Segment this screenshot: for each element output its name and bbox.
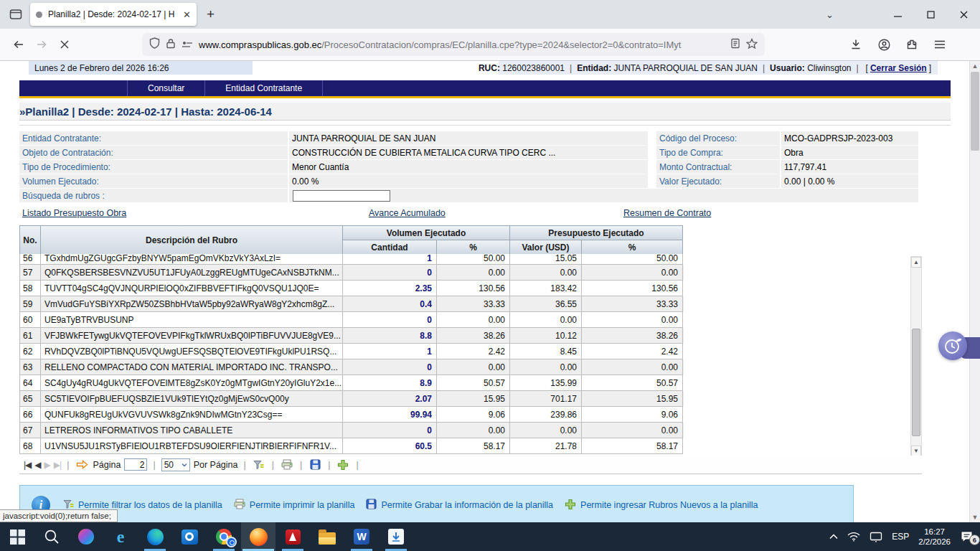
row-no: 56 — [20, 254, 41, 265]
taskbar-word-icon[interactable]: W — [344, 522, 379, 551]
logout-link[interactable]: Cerrar Sesión — [870, 63, 927, 73]
row-no: 62 — [20, 344, 41, 359]
taskbar-acrobat-icon[interactable] — [275, 522, 310, 551]
language-indicator[interactable]: ESP — [892, 532, 909, 542]
table-row[interactable]: 61VFJBWkFETywgUkVQTEFOVEVPIFkgTklWRUxBQ0… — [19, 328, 684, 344]
taskbar-explorer-icon[interactable] — [310, 522, 344, 551]
add-row-icon[interactable] — [336, 459, 350, 471]
page-scroll-down-icon[interactable]: ▼ — [970, 512, 980, 522]
menu-item-entidad-contratante[interactable]: Entidad Contratante — [205, 80, 323, 96]
reader-mode-icon[interactable] — [730, 38, 740, 52]
bookmark-star-icon[interactable] — [746, 38, 758, 52]
help-item-add: Permite ingresar Rubros Nuevos a la plan… — [565, 499, 758, 512]
window-close-button[interactable] — [947, 0, 980, 29]
downloads-icon[interactable] — [845, 34, 867, 55]
display-connect-icon[interactable] — [870, 532, 882, 542]
table-row[interactable]: 66QUNFUk8gREUgUkVGVUVSWk8gZnk9NDIwMGtnY2… — [19, 407, 684, 423]
browser-toolbar: www.compraspublicas.gob.ec/ProcesoContra… — [0, 29, 980, 61]
row-no: 60 — [20, 312, 41, 328]
row-valor-usd: 0.00 — [510, 312, 582, 328]
taskbar-outlook-icon[interactable] — [172, 522, 207, 551]
tray-chevron-up-icon[interactable] — [829, 534, 838, 540]
list-tabs-chevron-icon[interactable]: ⌄ — [819, 0, 841, 29]
table-row[interactable]: 60UE9aTyBTRVBUSUNP00.000.000.00 — [19, 312, 684, 328]
detail-value: Menor Cuantía — [289, 160, 648, 174]
browser-tab[interactable]: Planilla2 | Desde: 2024-02-17 | H ✕ — [30, 3, 197, 26]
taskbar-ie-icon[interactable]: e — [103, 522, 138, 551]
row-presupuesto-pct: 9.06 — [582, 407, 683, 423]
window-maximize-button[interactable] — [914, 0, 947, 29]
help-item-text: Permite filtrar los datos de la planilla — [78, 500, 222, 510]
extensions-puzzle-icon[interactable] — [901, 34, 923, 55]
table-row[interactable]: 68U1VNSU5JU1RSTyBFIElOU1RBTEFDSU9OIERFIE… — [19, 438, 684, 454]
row-presupuesto-pct: 0.00 — [582, 312, 683, 328]
shield-icon[interactable] — [149, 37, 160, 52]
first-page-button[interactable]: |◀ — [24, 460, 31, 470]
table-row[interactable]: 63RELLENO COMPACTADO CON MATERIAL IMPORT… — [19, 359, 684, 375]
taskbar-start-icon[interactable] — [0, 522, 34, 551]
permissions-icon[interactable] — [182, 38, 193, 51]
print-icon[interactable] — [280, 459, 294, 470]
row-cantidad: 99.94 — [343, 407, 437, 423]
row-volumen-pct: 50.57 — [437, 375, 510, 391]
search-label: Búsqueda de rubros : — [19, 189, 288, 202]
page-scrollbar-thumb[interactable] — [971, 72, 979, 151]
per-page-select[interactable]: 50 — [161, 458, 190, 471]
firefox-view-icon[interactable] — [6, 4, 26, 24]
grid-scroll-up-icon[interactable]: ▲ — [911, 257, 921, 268]
tab-close-icon[interactable]: ✕ — [183, 9, 191, 20]
table-row[interactable]: 62RVhDQVZBQ0lPTiBNQU5VQUwgUEFSQSBQTElOVE… — [19, 344, 684, 359]
page-number-input[interactable] — [124, 458, 147, 471]
notifications-icon[interactable]: 6 — [960, 531, 974, 543]
table-row[interactable]: 64SC4gUy4gRU4gUkVQTEFOVElMTE8gZsK0Yz0gMT… — [19, 375, 684, 391]
row-description: RVhDQVZBQ0lPTiBNQU5VQUwgUEFSQSBQTElOVE9T… — [41, 344, 343, 359]
row-cantidad: 8.8 — [343, 328, 437, 344]
filter-icon[interactable] — [252, 460, 266, 470]
lock-icon[interactable] — [166, 38, 176, 52]
taskbar-edge-icon[interactable] — [138, 522, 172, 551]
row-description: TUVTT04gSC4gQVJNQURPIElOQ0xZIFBBVEFTIFkg… — [41, 281, 343, 296]
table-row[interactable]: 65SC5TIEVOIFpBUEFUQSBZIE1VUk9TIEYtQz0gMj… — [19, 391, 684, 407]
row-cantidad: 1 — [343, 344, 437, 359]
clock-extension-widget[interactable] — [938, 331, 967, 360]
last-page-button[interactable]: ▶| — [54, 460, 61, 470]
taskbar-search-icon[interactable] — [34, 522, 69, 551]
taskbar-firefox-icon[interactable] — [241, 522, 275, 551]
go-to-page-arrow-icon[interactable] — [75, 460, 89, 469]
save-icon[interactable] — [308, 459, 322, 470]
link-avance-acumulado[interactable]: Avance Acumulado — [369, 208, 446, 218]
forward-button[interactable] — [30, 34, 53, 55]
page-scroll-up-icon[interactable]: ▲ — [970, 61, 980, 71]
next-page-button[interactable]: ▶ — [44, 460, 50, 470]
table-row[interactable]: 57Q0FKQSBERSBESVNZVU5UT1JFUyA0LzggREUgMT… — [19, 265, 684, 281]
wifi-icon[interactable] — [847, 532, 860, 542]
table-row[interactable]: 56TGxhdmUgZGUgcGFzbyBNYW5pamEgOmVKbzVkY3… — [19, 254, 684, 265]
link-listado-presupuesto-obra[interactable]: Listado Presupuesto Obra — [22, 208, 126, 218]
clock-date[interactable]: 16:272/2/2026 — [918, 527, 951, 547]
back-button[interactable] — [7, 34, 30, 55]
new-tab-button[interactable]: + — [207, 6, 215, 22]
taskbar-copilot-icon[interactable] — [69, 522, 103, 551]
table-row[interactable]: 59VmVudGFuYSBiYXRpZW50ZSBhbHVtaW5pby92aW… — [19, 296, 684, 312]
menu-item-consultar[interactable]: Consultar — [127, 80, 205, 96]
row-valor-usd: 183.42 — [510, 281, 582, 296]
pagination-bar: |◀ ◀ ▶ ▶| | Página | 50 Por Página | | |… — [19, 456, 922, 474]
detail-value: 0.00 % — [289, 174, 648, 188]
pagina-label: Página — [93, 460, 121, 470]
taskbar-chrome-icon[interactable] — [207, 522, 241, 551]
previous-page-button[interactable]: ◀ — [34, 460, 40, 470]
window-minimize-button[interactable] — [881, 0, 914, 29]
stop-loading-button[interactable] — [53, 34, 76, 55]
taskbar-mail-icon[interactable] — [379, 522, 413, 551]
url-bar[interactable]: www.compraspublicas.gob.ec/ProcesoContra… — [142, 33, 765, 56]
grid-scrollbar-thumb[interactable] — [912, 329, 920, 436]
link-resumen-de-contrato[interactable]: Resumen de Contrato — [623, 208, 711, 218]
page-scrollbar[interactable]: ▲ ▼ — [969, 61, 980, 522]
table-row[interactable]: 67LETREROS INFORMATIVOS TIPO CABALLETE00… — [19, 423, 684, 438]
search-input[interactable] — [293, 190, 390, 202]
table-row[interactable]: 58TUVTT04gSC4gQVJNQURPIElOQ0xZIFBBVEFTIF… — [19, 281, 684, 296]
grid-scroll-down-icon[interactable]: ▼ — [911, 446, 921, 456]
menu-hamburger-icon[interactable] — [929, 34, 951, 55]
grid-scrollbar[interactable]: ▲ ▼ — [910, 256, 922, 457]
account-icon[interactable] — [873, 34, 895, 55]
